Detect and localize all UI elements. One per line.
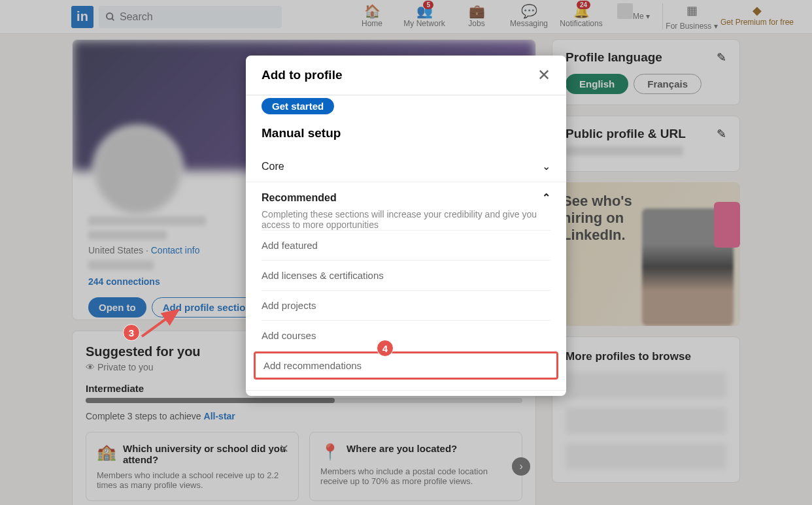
modal-title: Add to profile (262, 68, 342, 82)
annotation-3: 3 (123, 324, 140, 341)
add-courses[interactable]: Add courses (262, 320, 550, 350)
section-label: Recommended (262, 192, 337, 204)
close-icon[interactable]: ✕ (537, 66, 550, 84)
add-recommendations[interactable]: Add recommendations (254, 351, 558, 380)
chevron-up-icon: ⌃ (542, 191, 550, 204)
section-recommended: Recommended⌃ Completing these sections w… (246, 182, 566, 391)
annotation-4: 4 (377, 340, 394, 357)
add-licenses[interactable]: Add licenses & certifications (262, 260, 550, 290)
svg-line-3 (142, 310, 178, 336)
modal-header: Add to profile ✕ (246, 56, 566, 95)
add-featured[interactable]: Add featured (262, 230, 550, 260)
section-label: Core (262, 161, 284, 172)
chevron-down-icon: ⌄ (542, 160, 550, 172)
section-desc: Completing these sections will increase … (262, 209, 550, 230)
section-core[interactable]: Core⌄ (246, 151, 566, 182)
add-projects[interactable]: Add projects (262, 290, 550, 320)
add-to-profile-modal: Add to profile ✕ Get started Manual setu… (246, 56, 566, 396)
modal-body[interactable]: Get started Manual setup Core⌄ Recommend… (246, 95, 566, 396)
section-recommended-toggle[interactable]: Recommended⌃ (262, 191, 550, 204)
manual-setup-heading: Manual setup (262, 126, 550, 140)
section-additional[interactable]: Additional⌄ (246, 391, 566, 396)
get-started-button[interactable]: Get started (262, 98, 334, 114)
annotation-arrow (139, 307, 184, 342)
